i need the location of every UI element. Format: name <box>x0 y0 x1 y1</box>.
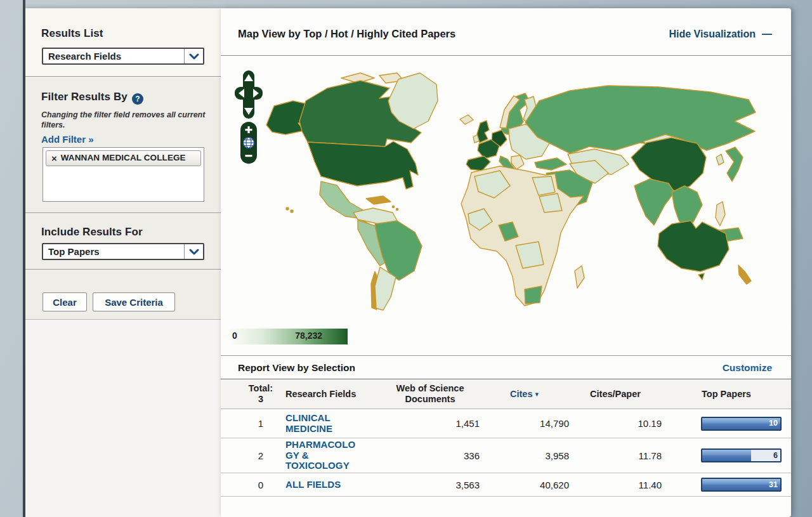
field-link[interactable]: PHARMACOLOGY & TOXICOLOGY <box>285 440 357 471</box>
field-cell: ALL FIELDS <box>285 479 381 490</box>
filter-listbox[interactable]: × WANNAN MEDICAL COLLEGE <box>43 147 204 202</box>
zoom-out-button[interactable] <box>246 155 252 157</box>
rank-cell: 2 <box>236 450 285 461</box>
cites-per-paper-cell: 11.78 <box>569 450 662 461</box>
map-zoom-control[interactable] <box>240 121 258 164</box>
rank-cell: 0 <box>236 480 285 490</box>
cites-header-label: Cites <box>510 389 532 399</box>
globe-button[interactable] <box>244 138 254 148</box>
top-papers-value: 10 <box>769 419 778 428</box>
filter-chip-label: WANNAN MEDICAL COLLEGE <box>61 153 186 163</box>
column-header-research-fields[interactable]: Research Fields <box>285 389 381 400</box>
cites-cell: 40,620 <box>480 480 569 490</box>
map-pan-control[interactable] <box>235 70 263 119</box>
top-papers-bar: 31 <box>701 478 782 492</box>
chevron-down-icon <box>184 49 203 63</box>
legend-max-label: 78,232 <box>295 330 322 341</box>
legend-min-label: 0 <box>232 330 237 341</box>
top-papers-value: 6 <box>773 451 778 460</box>
remove-filter-icon[interactable]: × <box>51 154 57 163</box>
include-results-value: Top Papers <box>43 246 184 257</box>
legend-gradient-bar: 78,232 <box>230 329 348 344</box>
map-view: 78,232 0 <box>221 56 791 355</box>
results-list-value: Research Fields <box>43 51 184 62</box>
sort-desc-icon: ▾ <box>535 390 539 398</box>
cites-cell: 3,958 <box>480 450 569 461</box>
cites-cell: 14,790 <box>480 418 569 429</box>
country-japan <box>726 147 743 181</box>
documents-cell: 336 <box>381 450 480 461</box>
country-korea <box>716 154 724 165</box>
filter-section: Filter Results By? Changing the filter f… <box>25 77 221 213</box>
country-turkey <box>535 158 566 170</box>
filter-note: Changing the filter field removes all cu… <box>41 110 210 130</box>
top-papers-cell: 10 <box>662 409 791 438</box>
total-value: 3 <box>258 394 263 404</box>
column-header-top-papers[interactable]: Top Papers <box>662 389 791 400</box>
column-header-cites-per-paper[interactable]: Cites/Paper <box>569 389 662 400</box>
island-tasmania <box>698 273 704 280</box>
total-label: Total: <box>249 383 273 393</box>
report-header: Report View by Selection Customize <box>221 355 791 379</box>
clear-button[interactable]: Clear <box>43 292 87 311</box>
rank-cell: 1 <box>236 418 285 429</box>
field-link[interactable]: ALL FIELDS <box>285 480 357 490</box>
sidebar: Results List Research Fields Filter Resu… <box>25 8 221 517</box>
save-criteria-button[interactable]: Save Criteria <box>93 292 175 311</box>
cites-per-paper-cell: 11.40 <box>569 480 662 490</box>
results-list-dropdown[interactable]: Research Fields <box>42 48 204 65</box>
country-madagascar <box>575 266 584 288</box>
documents-header-label: Web of Science Documents <box>391 383 469 404</box>
world-map[interactable] <box>227 62 785 315</box>
sidebar-empty-area <box>25 320 221 517</box>
chevron-down-icon <box>184 244 203 259</box>
field-link[interactable]: CLINICAL MEDICINE <box>285 413 357 434</box>
filter-title: Filter Results By? <box>41 91 143 105</box>
map-header: Map View by Top / Hot / Highly Cited Pap… <box>221 8 791 56</box>
main-panel: Map View by Top / Hot / Highly Cited Pap… <box>221 8 791 517</box>
field-cell: PHARMACOLOGY & TOXICOLOGY <box>285 440 381 471</box>
include-results-title: Include Results For <box>41 226 143 239</box>
table-header-row: Total: 3 Research Fields Web of Science … <box>221 379 791 409</box>
column-header-cites[interactable]: Cites▾ <box>480 389 569 400</box>
report-view-title: Report View by Selection <box>238 362 355 374</box>
country-australia <box>658 221 729 272</box>
include-results-dropdown[interactable]: Top Papers <box>42 243 204 260</box>
add-filter-link[interactable]: Add Filter » <box>41 134 94 145</box>
hide-visualization-label: Hide Visualization <box>669 29 756 39</box>
country-russia <box>525 86 756 154</box>
documents-cell: 3,563 <box>381 480 480 490</box>
results-list-section: Results List Research Fields <box>25 8 221 77</box>
cites-per-paper-cell: 10.19 <box>569 418 662 429</box>
top-papers-bar: 6 <box>701 448 782 462</box>
hawaii <box>286 207 289 210</box>
hide-visualization-link[interactable]: Hide Visualization— <box>669 29 772 40</box>
map-view-title: Map View by Top / Hot / Highly Cited Pap… <box>238 28 455 40</box>
caribbean-island <box>396 208 398 210</box>
country-philippines <box>716 202 725 226</box>
results-list-title: Results List <box>41 27 103 40</box>
table-row: 2 PHARMACOLOGY & TOXICOLOGY 336 3,958 11… <box>221 438 791 473</box>
top-papers-value: 31 <box>769 480 778 489</box>
caribbean-island <box>392 206 394 207</box>
help-icon[interactable]: ? <box>132 93 143 105</box>
filter-chip[interactable]: × WANNAN MEDICAL COLLEGE <box>46 150 201 166</box>
country-spain <box>466 156 490 171</box>
map-legend: 78,232 0 <box>230 329 348 344</box>
country-iceland <box>460 115 473 124</box>
table-row: 1 CLINICAL MEDICINE 1,451 14,790 10.19 1… <box>221 409 791 438</box>
field-cell: CLINICAL MEDICINE <box>285 413 381 434</box>
table-row: 0 ALL FIELDS 3,563 40,620 11.40 31 <box>221 473 791 497</box>
column-header-documents[interactable]: Web of Science Documents <box>381 383 480 404</box>
country-south-africa <box>525 286 542 304</box>
collapse-icon: — <box>762 29 772 39</box>
top-papers-bar: 10 <box>701 417 782 431</box>
country-cuba <box>366 196 391 204</box>
include-results-section: Include Results For Top Papers <box>25 214 221 270</box>
country-new-zealand <box>738 265 751 284</box>
top-papers-cell: 6 <box>662 438 791 473</box>
country-uk <box>477 121 489 143</box>
documents-cell: 1,451 <box>381 418 480 429</box>
customize-link[interactable]: Customize <box>723 362 772 374</box>
actions-section: Clear Save Criteria <box>25 270 221 320</box>
